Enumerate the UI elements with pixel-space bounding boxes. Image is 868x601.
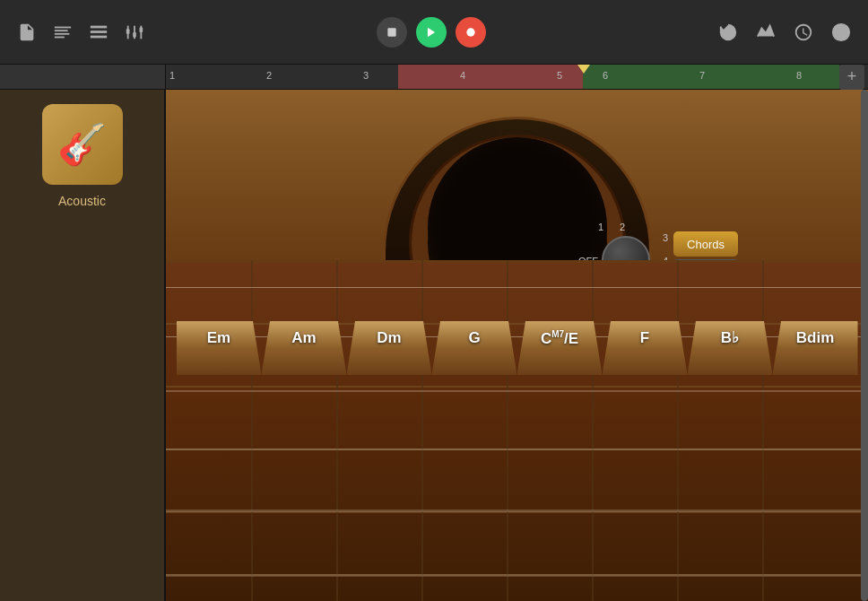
pitch-correction-button[interactable] (753, 20, 778, 45)
play-button[interactable] (416, 17, 447, 48)
svg-rect-4 (91, 25, 107, 28)
playhead-triangle (577, 65, 590, 74)
string-5 (166, 510, 868, 512)
chord-g-label: G (468, 330, 480, 345)
guitar-area[interactable]: OFF 1 2 3 4 Autoplay Chords Notes Em (166, 90, 868, 601)
string-4 (166, 449, 868, 450)
chord-bb-label: B♭ (721, 330, 739, 345)
string-1 (166, 287, 868, 288)
playhead (583, 65, 585, 89)
svg-rect-5 (91, 30, 107, 33)
loop-region (398, 65, 583, 89)
svg-rect-1 (55, 30, 68, 31)
svg-rect-6 (91, 35, 107, 38)
tracks-button[interactable] (86, 20, 111, 45)
chord-f-label: F (640, 330, 649, 345)
acoustic-guitar-icon: 🎸 (57, 121, 107, 168)
strings-container (166, 260, 868, 601)
timeline-track-header (0, 65, 166, 89)
string-6 (166, 574, 868, 577)
svg-text:?: ? (838, 26, 845, 39)
main-area: 🎸 Acoustic OFF 1 2 3 4 (0, 90, 868, 601)
chord-cm7e-label: CM7/E (541, 330, 578, 346)
stop-button[interactable] (377, 17, 407, 48)
new-document-button[interactable] (14, 20, 39, 45)
timeline-mark-1: 1 (169, 70, 175, 81)
chord-buttons: Em Am Dm G CM7/E F B♭ Bdim (166, 321, 868, 375)
cycle-button[interactable] (716, 20, 741, 45)
timeline-mark-2: 2 (266, 70, 272, 81)
toolbar-right: ? (716, 20, 854, 45)
svg-rect-3 (55, 36, 65, 38)
timeline: 1 2 3 4 5 6 7 8 + (0, 65, 868, 90)
chord-am-label: Am (291, 330, 316, 345)
chord-am-button[interactable]: Am (262, 321, 347, 375)
timeline-mark-4: 4 (460, 70, 465, 81)
add-track-button[interactable]: + (839, 65, 864, 90)
chord-f-button[interactable]: F (603, 321, 688, 375)
timeline-mark-5: 5 (557, 70, 562, 81)
loop-browser-button[interactable] (50, 20, 75, 45)
timeline-mark-7: 7 (699, 70, 705, 81)
chord-cm7e-button[interactable]: CM7/E (517, 321, 603, 375)
timeline-mark-8: 8 (796, 70, 802, 81)
string-3 (166, 390, 868, 392)
svg-rect-13 (387, 28, 395, 36)
toolbar: ? (0, 0, 868, 65)
svg-marker-14 (428, 27, 435, 37)
chords-button[interactable]: Chords (673, 231, 738, 257)
timeline-ruler[interactable]: 1 2 3 4 5 6 7 8 (166, 65, 839, 89)
track-icon-box: 🎸 (42, 104, 123, 185)
chord-bdim-button[interactable]: Bdim (773, 321, 858, 375)
fretboard[interactable] (166, 260, 868, 601)
knob-label-2: 2 (620, 222, 625, 232)
knob-label-3: 3 (663, 232, 668, 243)
chord-em-button[interactable]: Em (177, 321, 262, 375)
chord-dm-label: Dm (377, 330, 401, 345)
svg-rect-0 (55, 26, 71, 28)
track-header: 🎸 Acoustic (0, 90, 166, 601)
chord-em-label: Em (207, 330, 230, 345)
chord-g-button[interactable]: G (432, 321, 517, 375)
settings-button[interactable] (791, 20, 816, 45)
svg-rect-2 (55, 32, 70, 34)
chord-dm-button[interactable]: Dm (347, 321, 432, 375)
svg-rect-10 (126, 29, 130, 33)
toolbar-left (14, 20, 147, 45)
help-button[interactable]: ? (829, 20, 854, 45)
record-button[interactable] (456, 17, 486, 48)
svg-point-15 (466, 28, 474, 36)
svg-rect-12 (140, 27, 143, 32)
chord-bb-button[interactable]: B♭ (688, 321, 773, 375)
track-name: Acoustic (58, 194, 106, 208)
mixer-button[interactable] (122, 20, 147, 45)
transport-controls (147, 17, 716, 48)
svg-rect-11 (133, 32, 136, 38)
timeline-mark-3: 3 (363, 70, 369, 81)
chord-bdim-label: Bdim (796, 330, 835, 345)
knob-label-1: 1 (598, 222, 603, 232)
timeline-mark-6: 6 (603, 70, 608, 81)
